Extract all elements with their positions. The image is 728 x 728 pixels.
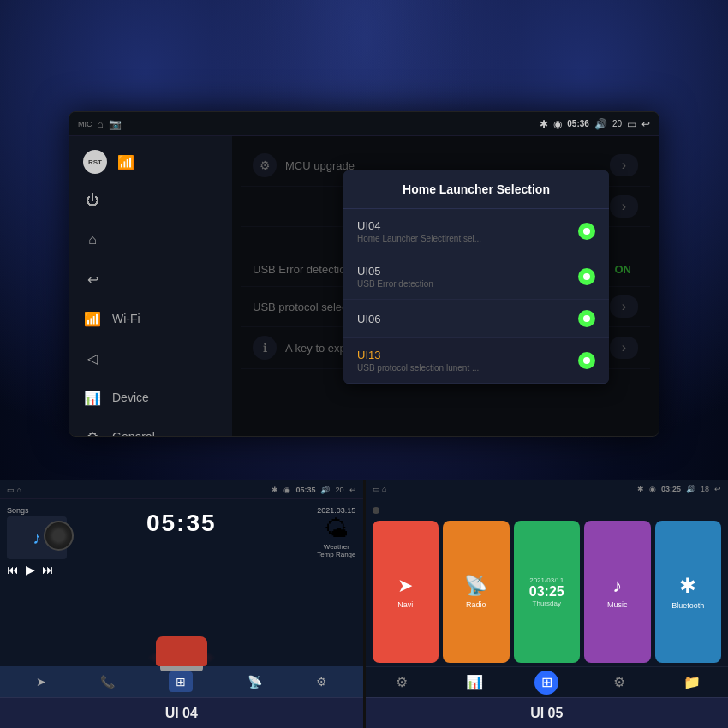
modal-item-ui13[interactable]: UI13 USB protocol selection lunent ...: [343, 338, 609, 384]
ui05-back-icon: ↩: [714, 485, 721, 493]
bottom-panels: ▭ ⌂ ✱ ◉ 05:35 🔊 20 ↩ Songs ♪ ⏮: [0, 480, 728, 728]
nav-settings-icon[interactable]: ⚙: [316, 675, 327, 689]
sidebar-item-power[interactable]: ⏻: [69, 181, 232, 220]
radio-icon: 📡: [464, 575, 487, 597]
ui05-option-label: UI05: [357, 265, 433, 277]
prev-icon[interactable]: ⏮: [7, 563, 19, 576]
sidebar-item-device[interactable]: 📊 Device: [69, 378, 232, 417]
nav-navigate-icon[interactable]: ➤: [36, 675, 46, 689]
sidebar-item-home[interactable]: ⌂: [69, 220, 232, 260]
music-tile-icon: ♪: [612, 575, 622, 597]
home-sidebar-icon: ⌂: [83, 230, 102, 249]
ui05-battery: 18: [701, 485, 709, 493]
vinyl-disc: [44, 521, 74, 551]
ui04-music-widget: Songs ♪ ⏮ ▶ ⏭: [7, 506, 84, 576]
home-launcher-modal: Home Launcher Selection UI04 Home Launch…: [343, 170, 609, 384]
settings-wheel-icon[interactable]: ⚙: [390, 671, 414, 695]
device-sidebar-icon: 📊: [83, 388, 102, 407]
tile-music[interactable]: ♪ Music: [584, 521, 651, 663]
content-area: ⚙ MCU upgrade › › USB Error detection ON: [232, 136, 659, 436]
ui04-wifi-icon: ◉: [283, 486, 290, 494]
ui04-battery: 20: [335, 486, 343, 494]
ui05-bottom-icons: ⚙ 📊 ⊞ ⚙ 📁: [366, 666, 729, 697]
sidebar-item-vol-down[interactable]: ◁: [69, 338, 232, 378]
ui05-dot: [366, 498, 729, 521]
music-note-icon: ♪: [33, 528, 41, 548]
main-screen: MIC ⌂ 📷 ✱ ◉ 05:36 🔊 20 ▭ ↩ RST 📶: [69, 111, 659, 437]
play-icon[interactable]: ▶: [26, 563, 35, 576]
navi-icon: ➤: [397, 575, 413, 597]
ui05-vol-icon: 🔊: [686, 485, 695, 493]
ui05-option-sub: USB Error detection: [357, 279, 433, 289]
sidebar-item-back[interactable]: ↩: [69, 260, 232, 299]
ui04-back-icon: ↩: [349, 486, 356, 494]
sidebar-wifi-label: Wi-Fi: [112, 312, 140, 325]
modal-item-ui04[interactable]: UI04 Home Launcher Selectirent sel...: [343, 209, 609, 254]
weather-date: 2021.03.15: [317, 506, 355, 515]
back-sidebar-icon: ↩: [83, 270, 102, 289]
ui04-option-label: UI04: [357, 219, 481, 232]
bluetooth-label: Bluetooth: [671, 601, 704, 610]
ui05-status-icons: ▭ ⌂: [373, 485, 387, 493]
songs-label: Songs: [7, 506, 84, 515]
ui04-status-bar: ▭ ⌂ ✱ ◉ 05:35 🔊 20 ↩: [0, 480, 363, 499]
nav-radio-icon[interactable]: 📡: [248, 675, 262, 689]
status-left: MIC ⌂ 📷: [78, 118, 122, 130]
modal-title: Home Launcher Selection: [343, 170, 609, 209]
ui05-time: 03:25: [661, 485, 681, 493]
ui04-label: UI 04: [0, 697, 363, 728]
nav-apps-icon[interactable]: ⊞: [169, 671, 193, 692]
ui04-time: 05:35: [295, 486, 315, 494]
music-label: Music: [607, 600, 628, 609]
ui04-panel: ▭ ⌂ ✱ ◉ 05:35 🔊 20 ↩ Songs ♪ ⏮: [0, 480, 364, 728]
modal-item-ui05[interactable]: UI05 USB Error detection: [343, 254, 609, 300]
vol-down-icon: ◁: [83, 349, 102, 367]
car-shape: [156, 636, 207, 666]
tile-navi[interactable]: ➤ Navi: [373, 521, 439, 663]
ui04-vol-icon: 🔊: [320, 486, 330, 494]
camera-icon: 📷: [109, 118, 122, 130]
ui04-status-icons: ▭ ⌂: [7, 486, 21, 494]
ui04-weather: 2021.03.15 🌤 WeatherTemp Range: [317, 506, 355, 558]
wifi-status-icon: ◉: [553, 118, 562, 130]
sidebar-general-label: General: [112, 430, 155, 437]
battery-level: 20: [612, 119, 622, 128]
ui04-clock: 05:35: [146, 510, 217, 537]
ui05-wifi-icon: ◉: [649, 485, 656, 493]
tile-clock[interactable]: 2021/03/11 03:25 Thursday: [514, 521, 581, 663]
rst-wifi-icon: 📶: [117, 154, 134, 170]
gear2-icon[interactable]: ⚙: [607, 671, 631, 695]
ui06-option-label: UI06: [357, 313, 380, 325]
mic-label: MIC: [78, 120, 92, 128]
bluetooth-icon: ✱: [540, 118, 548, 130]
nav-phone-icon[interactable]: 📞: [100, 675, 115, 689]
ui13-option-sub: USB protocol selection lunent ...: [357, 363, 479, 373]
status-bar: MIC ⌂ 📷 ✱ ◉ 05:36 🔊 20 ▭ ↩: [69, 112, 659, 136]
power-icon: ⏻: [83, 191, 102, 210]
volume-icon: 🔊: [594, 118, 607, 130]
back-icon[interactable]: ↩: [641, 118, 650, 130]
ui13-option-label: UI13: [357, 349, 479, 361]
dot-indicator: [373, 507, 379, 514]
sidebar-item-general[interactable]: ⚙ General: [69, 417, 232, 437]
status-right: ✱ ◉ 05:36 🔊 20 ▭ ↩: [540, 118, 650, 130]
tile-bluetooth[interactable]: ✱ Bluetooth: [655, 521, 722, 663]
modal-item-ui06[interactable]: UI06: [343, 300, 609, 338]
ui05-panel: ▭ ⌂ ✱ ◉ 03:25 🔊 18 ↩ ➤ Navi 📡: [366, 480, 729, 728]
grid-icon[interactable]: ⊞: [534, 671, 558, 695]
rst-button[interactable]: RST 📶: [69, 143, 232, 181]
ui04-option-sub: Home Launcher Selectirent sel...: [357, 234, 481, 243]
clock-day: Thursday: [533, 600, 561, 607]
chart-icon[interactable]: 📊: [462, 671, 486, 695]
folder-icon[interactable]: 📁: [680, 671, 704, 695]
radio-label: Radio: [466, 600, 486, 609]
ui04-car: [147, 615, 216, 666]
next-icon[interactable]: ⏭: [42, 563, 54, 576]
tile-radio[interactable]: 📡 Radio: [443, 521, 510, 663]
sidebar-item-wifi[interactable]: 📶 Wi-Fi: [69, 299, 232, 338]
music-controls: ⏮ ▶ ⏭: [7, 563, 84, 576]
ui04-content: Songs ♪ ⏮ ▶ ⏭ 05:35 2021.03.1: [0, 499, 363, 666]
weather-icon: 🌤: [317, 515, 355, 543]
ui13-radio: [578, 352, 595, 369]
clock-date: 2021/03/11: [529, 576, 564, 584]
